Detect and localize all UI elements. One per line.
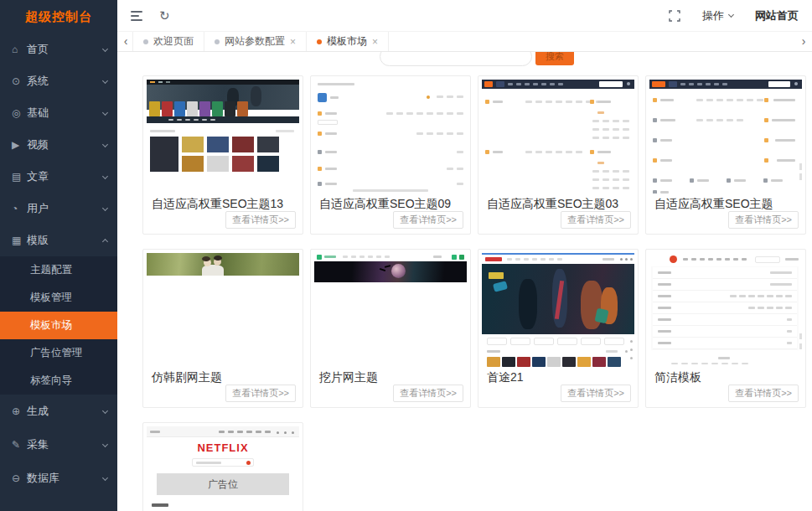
tab-dot-icon — [143, 39, 148, 44]
operate-dropdown[interactable]: 操作 — [702, 8, 733, 23]
search-button[interactable]: 搜索 — [535, 52, 574, 65]
submenu-item-label: 广告位管理 — [30, 346, 83, 360]
sidebar-item-database[interactable]: ⊖ 数据库 — [0, 462, 117, 495]
view-detail-button[interactable]: 查看详情页>> — [561, 385, 631, 402]
preview-shape — [603, 178, 609, 181]
template-card[interactable]: NETFLIX 广告位 — [142, 422, 303, 511]
sidebar-item-user[interactable]: ◔ 用户 — [0, 193, 117, 225]
view-detail-button[interactable]: 查看详情页>> — [225, 385, 296, 402]
close-icon[interactable]: × — [372, 37, 378, 47]
preview-shape — [757, 99, 763, 101]
sidebar-item-base[interactable]: ◎ 基础 — [0, 97, 117, 129]
tab-welcome[interactable]: 欢迎页面 — [132, 32, 204, 51]
preview-shape — [730, 295, 792, 297]
chevron-down-icon — [102, 441, 108, 446]
template-preview-jianjie — [649, 253, 802, 367]
template-card[interactable]: 自适应高权重SEO主题 查看详情页>> — [645, 75, 806, 235]
preview-shape — [515, 258, 520, 261]
preview-shape — [627, 82, 630, 85]
tab-site-params[interactable]: 网站参数配置 × — [204, 32, 307, 51]
preview-shape — [691, 258, 696, 261]
sidebar-item-system[interactable]: ⊙ 系统 — [0, 65, 117, 97]
preview-shape — [590, 150, 594, 154]
site-home-link[interactable]: 网站首页 — [755, 8, 799, 23]
template-title: 首途21 — [487, 370, 524, 385]
sidebar-item-theme-config[interactable]: 主题配置 — [0, 256, 117, 284]
user-icon: ◔ — [12, 203, 27, 214]
preview-shape — [325, 183, 337, 185]
preview-shape — [368, 256, 373, 258]
close-icon[interactable]: × — [290, 37, 296, 47]
tab-dot-icon — [317, 39, 322, 44]
preview-shape — [487, 357, 500, 367]
view-detail-button[interactable]: 查看详情页>> — [225, 211, 296, 229]
preview-shape — [317, 255, 322, 260]
preview-shape — [623, 120, 629, 122]
app-logo[interactable]: 超级控制台 — [0, 0, 117, 34]
sidebar-item-collect[interactable]: ✎ 采集 — [0, 428, 117, 462]
preview-shape — [318, 182, 322, 186]
tabs-scroll-left-icon[interactable]: ‹ — [119, 32, 132, 52]
template-card[interactable]: 挖片网主题 查看详情页>> — [310, 249, 471, 408]
view-detail-button[interactable]: 查看详情页>> — [393, 211, 463, 229]
preview-shape — [168, 119, 215, 121]
sidebar-item-label: 数据库 — [27, 471, 103, 486]
preview-shape — [785, 295, 792, 297]
preview-shape — [708, 258, 713, 261]
template-card[interactable]: 仿韩剧网主题 查看详情页>> — [142, 249, 303, 408]
template-card[interactable]: 自适应高权重SEO主题03 查看详情页>> — [478, 75, 639, 235]
sidebar-item-template-market[interactable]: 模板市场 — [0, 312, 117, 339]
collapse-menu-icon[interactable] — [131, 11, 142, 21]
sidebar-item-ad-manage[interactable]: 广告位管理 — [0, 339, 117, 367]
view-detail-button[interactable]: 查看详情页>> — [561, 211, 631, 229]
chevron-down-icon — [102, 45, 108, 51]
preview-shape — [168, 119, 173, 121]
preview-shape — [716, 258, 721, 261]
view-detail-button[interactable]: 查看详情页>> — [728, 211, 799, 229]
sidebar-item-label: 首页 — [27, 42, 103, 57]
preview-shape — [630, 258, 633, 261]
tab-template-market[interactable]: 模板市场 × — [307, 32, 389, 51]
preview-shape — [603, 170, 609, 173]
preview-shape — [484, 81, 493, 87]
submenu-item-label: 主题配置 — [30, 263, 72, 277]
preview-shape — [152, 503, 168, 507]
topbar-actions: 操作 网站首页 — [669, 8, 799, 23]
preview-shape — [318, 111, 322, 116]
sidebar-item-template[interactable]: ▦ 模版 — [0, 225, 117, 256]
sidebar-item-template-manage[interactable]: 模板管理 — [0, 284, 117, 312]
sidebar-item-article[interactable]: ▤ 文章 — [0, 161, 117, 193]
template-preview-wapian — [314, 253, 467, 367]
preview-shape — [525, 151, 532, 153]
sidebar-item-generate[interactable]: ⊕ 生成 — [0, 395, 117, 428]
preview-shape — [681, 363, 688, 364]
preview-shape — [770, 283, 792, 286]
preview-shape — [711, 363, 718, 364]
template-card[interactable]: 简洁模板 查看详情页>> — [645, 249, 806, 408]
template-card[interactable]: 自适应高权重SEO主题13 查看详情页>> — [142, 75, 303, 235]
preview-shape — [546, 151, 552, 153]
preview-shape — [174, 101, 185, 116]
preview-shape — [577, 357, 591, 367]
refresh-icon[interactable]: ↻ — [159, 9, 170, 22]
preview-shape — [714, 83, 719, 85]
template-card[interactable]: 自适应高权重SEO主题09 查看详情页>> — [310, 75, 471, 235]
sidebar-item-tag-wizard[interactable]: 标签向导 — [0, 367, 117, 395]
preview-shape — [502, 357, 515, 367]
fullscreen-icon[interactable] — [669, 10, 680, 22]
preview-shape — [487, 357, 621, 367]
tabs-scroll-right-icon[interactable]: › — [797, 32, 810, 52]
search-input[interactable] — [380, 52, 532, 66]
submenu-item-label: 模板管理 — [30, 291, 72, 305]
template-card[interactable]: 首途21 查看详情页>> — [478, 249, 639, 408]
preview-shape — [562, 357, 576, 367]
topbar: ↻ 操作 网站首页 — [117, 0, 812, 32]
template-preview-netflix: NETFLIX 广告位 — [147, 426, 299, 511]
sidebar-item-home[interactable]: ⌂ 首页 — [0, 34, 117, 65]
preview-shape — [597, 101, 611, 103]
view-detail-button[interactable]: 查看详情页>> — [393, 385, 463, 402]
sidebar-item-video[interactable]: ▶ 视频 — [0, 129, 117, 161]
preview-shape — [776, 295, 783, 297]
view-detail-button[interactable]: 查看详情页>> — [728, 385, 799, 402]
preview-shape — [653, 291, 797, 302]
